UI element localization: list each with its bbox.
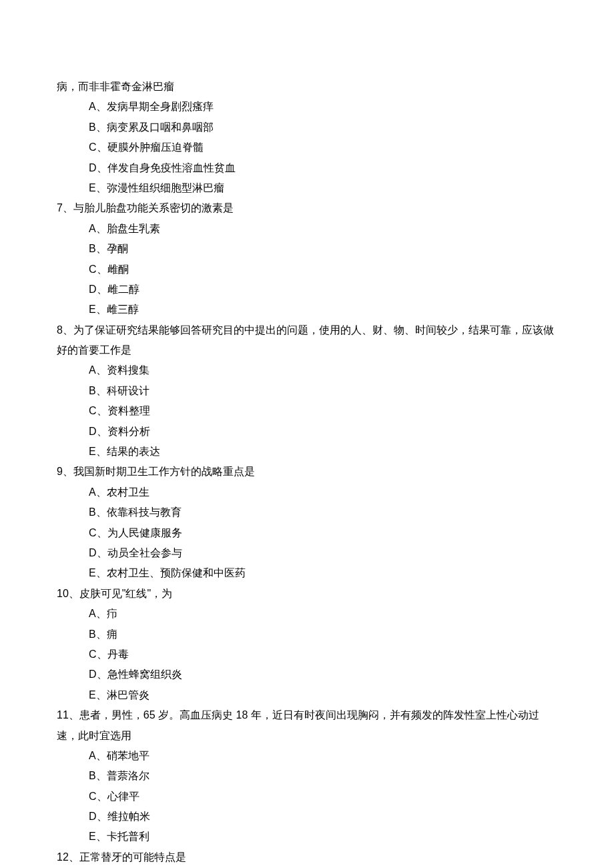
option: A、资料搜集 — [57, 360, 557, 380]
option: E、雌三醇 — [57, 300, 557, 320]
option: C、心律平 — [57, 787, 557, 807]
option: D、维拉帕米 — [57, 807, 557, 827]
question-8-options: A、资料搜集 B、科研设计 C、资料整理 D、资料分析 E、结果的表达 — [57, 360, 557, 462]
option: A、发病早期全身剧烈瘙痒 — [57, 97, 557, 117]
option: E、农村卫生、预防保健和中医药 — [57, 563, 557, 583]
question-text: 皮肤可见"红线"，为 — [79, 588, 172, 599]
option: B、孕酮 — [57, 239, 557, 259]
option: D、雌二醇 — [57, 280, 557, 300]
question-text: 为了保证研究结果能够回答研究目的中提出的问题，使用的人、财、物、时间较少，结果可… — [57, 324, 554, 356]
option: B、病变累及口咽和鼻咽部 — [57, 117, 557, 137]
question-number: 7、 — [57, 202, 73, 213]
question-text: 正常替牙的可能特点是 — [79, 851, 186, 863]
option: B、科研设计 — [57, 381, 557, 401]
question-11-options: A、硝苯地平 B、普萘洛尔 C、心律平 D、维拉帕米 E、卡托普利 — [57, 746, 557, 847]
option: A、疖 — [57, 604, 557, 624]
option: D、动员全社会参与 — [57, 543, 557, 563]
question-number: 10、 — [57, 588, 79, 599]
option: D、急性蜂窝组织炎 — [57, 665, 557, 685]
option: B、痈 — [57, 624, 557, 644]
option: C、为人民健康服务 — [57, 523, 557, 543]
option: B、依靠科技与教育 — [57, 502, 557, 522]
question-text: 患者，男性，65 岁。高血压病史 18 年，近日有时夜间出现胸闷，并有频发的阵发… — [57, 709, 539, 741]
question-12-stem: 12、正常替牙的可能特点是 — [57, 847, 557, 867]
option: E、淋巴管炎 — [57, 685, 557, 705]
question-10-stem: 10、皮肤可见"红线"，为 — [57, 584, 557, 604]
question-text: 我国新时期卫生工作方针的战略重点是 — [73, 466, 255, 477]
question-9-stem: 9、我国新时期卫生工作方针的战略重点是 — [57, 462, 557, 482]
option: C、资料整理 — [57, 401, 557, 421]
option: A、胎盘生乳素 — [57, 219, 557, 239]
option: D、伴发自身免疫性溶血性贫血 — [57, 158, 557, 178]
option: A、农村卫生 — [57, 482, 557, 502]
option: C、丹毒 — [57, 644, 557, 665]
question-8-stem: 8、为了保证研究结果能够回答研究目的中提出的问题，使用的人、财、物、时间较少，结… — [57, 320, 557, 361]
option: C、雌酮 — [57, 260, 557, 280]
continued-question-stem: 病，而非非霍奇金淋巴瘤 — [57, 77, 557, 97]
option: C、硬膜外肿瘤压迫脊髓 — [57, 137, 557, 157]
question-10-options: A、疖 B、痈 C、丹毒 D、急性蜂窝组织炎 E、淋巴管炎 — [57, 604, 557, 705]
option: E、卡托普利 — [57, 827, 557, 847]
question-9-options: A、农村卫生 B、依靠科技与教育 C、为人民健康服务 D、动员全社会参与 E、农… — [57, 482, 557, 584]
question-7-options: A、胎盘生乳素 B、孕酮 C、雌酮 D、雌二醇 E、雌三醇 — [57, 219, 557, 320]
question-11-stem: 11、患者，男性，65 岁。高血压病史 18 年，近日有时夜间出现胸闷，并有频发… — [57, 705, 557, 746]
question-text: 与胎儿胎盘功能关系密切的激素是 — [73, 202, 234, 213]
option: D、资料分析 — [57, 422, 557, 442]
option: E、弥漫性组织细胞型淋巴瘤 — [57, 178, 557, 198]
question-number: 8、 — [57, 324, 73, 336]
option: A、硝苯地平 — [57, 746, 557, 766]
question-0-options: A、发病早期全身剧烈瘙痒 B、病变累及口咽和鼻咽部 C、硬膜外肿瘤压迫脊髓 D、… — [57, 97, 557, 198]
question-number: 9、 — [57, 466, 73, 477]
option: B、普萘洛尔 — [57, 766, 557, 786]
question-7-stem: 7、与胎儿胎盘功能关系密切的激素是 — [57, 198, 557, 218]
option: E、结果的表达 — [57, 442, 557, 462]
question-number: 12、 — [57, 851, 79, 863]
question-number: 11、 — [57, 709, 79, 721]
